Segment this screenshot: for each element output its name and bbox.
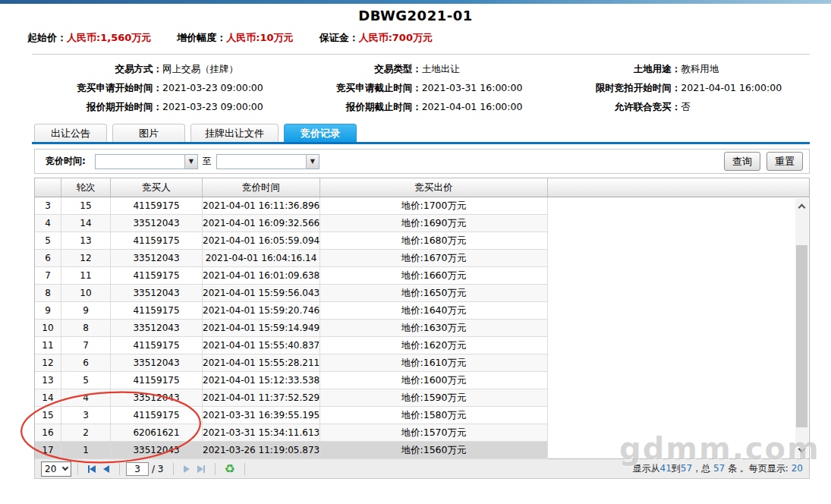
page-size-select[interactable]: 20 [41, 461, 71, 477]
bid-table: 轮次 竞买人 竞价时间 竞买出价 3 15 41159175 2021-04-0… [34, 178, 810, 459]
scroll-down-icon[interactable] [795, 443, 808, 456]
status-from: 41 [660, 463, 672, 474]
cell-seq: 10 [35, 320, 61, 336]
cell-seq: 17 [35, 442, 61, 458]
reset-button[interactable]: 重置 [766, 152, 803, 171]
cell-seq: 6 [35, 250, 61, 266]
bid-time-from-combobox[interactable]: ▼ [95, 154, 198, 169]
info-quote-end: 报价期截止时间：2021-04-01 16:00:00 [291, 100, 551, 114]
chevron-down-icon[interactable]: ▼ [184, 155, 197, 169]
table-row[interactable]: 9 9 41159175 2021-04-01 15:59:20.746 地价:… [35, 302, 548, 320]
table-row[interactable]: 13 5 41159175 2021-04-01 15:12:33.538 地价… [35, 372, 548, 389]
info-value: 2021-04-01 16:00:00 [681, 81, 782, 95]
tab-pictures[interactable]: 图片 [112, 124, 185, 142]
increment: 增价幅度：人民币:10万元 [177, 31, 293, 45]
table-row[interactable]: 6 12 33512043 2021-04-01 16:04:16.14 地价:… [35, 250, 548, 267]
cell-bid-time: 2021-04-01 16:01:09.638 [203, 267, 320, 284]
bid-time-to-combobox[interactable]: ▼ [216, 154, 319, 169]
info-value: 土地出让 [422, 62, 460, 76]
cell-bid-time: 2021-04-01 15:59:56.043 [203, 285, 320, 301]
cell-bid-price: 地价:1590万元 [320, 389, 548, 406]
cell-seq: 8 [35, 285, 61, 301]
table-row[interactable]: 12 6 33512043 2021-04-01 15:55:28.211 地价… [35, 354, 548, 372]
info-timed-auction-start: 限时竞拍开始时间：2021-04-01 16:00:00 [550, 81, 810, 95]
table-row[interactable]: 5 13 41159175 2021-04-01 16:05:59.094 地价… [35, 232, 548, 250]
page-total-label: / 3 [152, 464, 164, 474]
refresh-icon[interactable]: ♻ [225, 463, 235, 475]
cell-bid-price: 地价:1560万元 [320, 442, 548, 458]
table-row[interactable]: 10 8 33512043 2021-04-01 15:59:14.949 地价… [35, 320, 548, 337]
cell-bid-price: 地价:1670万元 [320, 250, 548, 266]
tab-listing-documents[interactable]: 挂牌出让文件 [190, 124, 279, 142]
bid-time-to-field[interactable] [217, 155, 306, 169]
cell-seq: 15 [35, 407, 61, 424]
cell-bid-time: 2021-04-01 15:55:28.211 [203, 354, 320, 371]
cell-bid-time: 2021-04-01 16:05:59.094 [203, 232, 320, 249]
start-price-label: 起始价： [27, 32, 67, 43]
pagination-bar: 20 3 / 3 ♻ 显示从41到57，总 57 条 。每页显示: 20 [34, 459, 810, 479]
status-to: 57 [681, 463, 692, 474]
vertical-scrollbar[interactable] [795, 198, 808, 458]
previous-page-button[interactable] [103, 465, 109, 473]
cell-bidder: 62061621 [111, 424, 203, 441]
table-row[interactable]: 3 15 41159175 2021-04-01 16:11:36.896 地价… [35, 197, 548, 215]
page-number-input[interactable]: 3 [126, 462, 149, 476]
to-label: 至 [203, 155, 212, 168]
cell-round: 4 [61, 389, 111, 406]
table-row[interactable]: 7 11 41159175 2021-04-01 16:01:09.638 地价… [35, 267, 548, 285]
table-row[interactable]: 16 2 62061621 2021-03-31 15:34:11.613 地价… [35, 424, 548, 442]
tab-bid-records[interactable]: 竞价记录 [284, 124, 357, 142]
cell-bid-time: 2021-04-01 16:09:32.566 [203, 215, 320, 232]
tab-announcement[interactable]: 出让公告 [34, 124, 107, 142]
header-filler [548, 178, 809, 197]
info-joint-bid: 允许联合竞买：否 [550, 100, 810, 114]
table-row[interactable]: 14 4 33512043 2021-04-01 11:37:52.529 地价… [35, 389, 548, 407]
cell-bidder: 33512043 [111, 354, 203, 371]
info-value: 2021-03-23 09:00:00 [162, 100, 263, 114]
next-page-button[interactable] [184, 465, 190, 473]
filter-bar: 竞价时间: ▼ 至 ▼ 查询 重置 [34, 149, 810, 174]
table-row[interactable]: 11 7 41159175 2021-04-01 15:55:40.837 地价… [35, 337, 548, 354]
cell-bid-price: 地价:1630万元 [320, 320, 548, 336]
table-row[interactable]: 4 14 33512043 2021-04-01 16:09:32.566 地价… [35, 215, 548, 232]
header-bid-price: 竞买出价 [320, 178, 548, 197]
cell-round: 10 [61, 285, 111, 301]
cell-bidder: 33512043 [111, 442, 203, 458]
query-button[interactable]: 查询 [724, 152, 760, 171]
cell-bid-price: 地价:1650万元 [320, 285, 548, 301]
scrollbar-thumb[interactable] [796, 245, 807, 427]
cell-round: 13 [61, 232, 111, 249]
table-row[interactable]: 15 3 41159175 2021-03-31 16:39:55.195 地价… [35, 407, 548, 424]
cell-seq: 4 [35, 215, 61, 232]
cell-round: 14 [61, 215, 111, 232]
cell-bid-price: 地价:1620万元 [320, 337, 548, 354]
cell-bidder: 41159175 [111, 372, 203, 389]
info-label: 土地用途： [550, 62, 681, 76]
last-page-button[interactable] [197, 465, 205, 473]
increment-label: 增价幅度： [177, 32, 226, 43]
cell-seq: 12 [35, 354, 61, 371]
info-label: 限时竞拍开始时间： [550, 81, 681, 95]
cell-bid-price: 地价:1680万元 [320, 232, 548, 249]
table-row[interactable]: 17 1 33512043 2021-03-26 11:19:05.873 地价… [35, 442, 548, 459]
cell-round: 8 [61, 320, 111, 336]
table-row[interactable]: 8 10 33512043 2021-04-01 15:59:56.043 地价… [35, 285, 548, 302]
cell-round: 12 [61, 250, 111, 266]
cell-seq: 5 [35, 232, 61, 249]
cell-bidder: 41159175 [111, 337, 203, 354]
first-page-button[interactable] [88, 465, 96, 473]
divider [119, 463, 120, 475]
header-seq [35, 178, 61, 197]
scroll-up-icon[interactable] [795, 200, 808, 213]
info-grid: 交易方式：网上交易（挂牌） 交易类型：土地出让 土地用途：教科用地 竞买申请开始… [32, 62, 810, 114]
cell-seq: 14 [35, 389, 61, 406]
header-round: 轮次 [61, 178, 111, 197]
cell-bid-time: 2021-04-01 16:11:36.896 [203, 197, 320, 214]
info-apply-end: 竞买申请截止时间：2021-03-31 16:00:00 [291, 81, 551, 95]
info-value: 2021-04-01 16:00:00 [422, 100, 523, 114]
chevron-down-icon[interactable]: ▼ [306, 155, 319, 169]
bid-time-from-field[interactable] [96, 155, 184, 169]
cell-round: 2 [61, 424, 111, 441]
separator-line [32, 54, 810, 55]
cell-bid-time: 2021-03-31 16:39:55.195 [203, 407, 320, 424]
